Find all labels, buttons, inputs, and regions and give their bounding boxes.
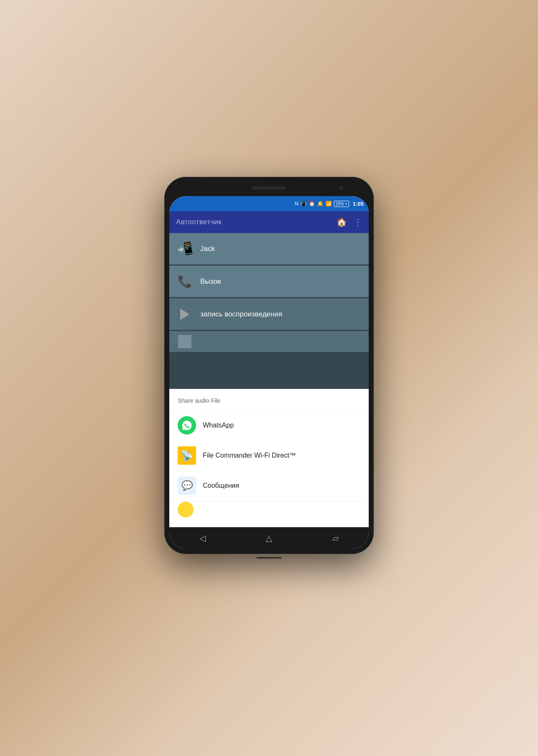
battery-label: 15%: [336, 202, 344, 206]
whatsapp-label: WhatsApp: [203, 422, 234, 429]
vibrate-icon: 📳: [300, 201, 307, 207]
nfc-icon: N: [295, 201, 298, 207]
play-triangle-icon: [180, 308, 189, 320]
home-button[interactable]: 🏠: [336, 217, 347, 227]
toolbar-icons: 🏠 ⋮: [336, 217, 362, 227]
phone-speaker: [252, 186, 286, 190]
app-title: Автоответчик: [176, 218, 336, 226]
share-filecommander[interactable]: 📡 File Commander Wi-Fi Direct™: [169, 440, 369, 471]
alarm-icon: ⏰: [309, 201, 315, 207]
list-item-call[interactable]: 📞 Вызов: [169, 266, 369, 297]
recents-button[interactable]: ▱: [324, 530, 347, 546]
sheet-partial-item: [169, 501, 369, 518]
sheet-title: Share audio File: [169, 397, 369, 410]
partial-icon: [176, 333, 194, 350]
messages-label: Сообщения: [203, 482, 239, 489]
play-icon-wrap: [176, 306, 194, 323]
signal-icon: 📶: [326, 201, 332, 207]
filecommander-label: File Commander Wi-Fi Direct™: [203, 452, 296, 459]
back-button[interactable]: ◁: [191, 530, 214, 546]
phone-blue-icon: 📲: [176, 240, 194, 257]
clock: 1:05: [353, 201, 364, 207]
wifi-icon: 📡: [181, 450, 193, 461]
app-toolbar: Автоответчик 🏠 ⋮: [169, 211, 369, 233]
home-nav-button[interactable]: △: [257, 530, 280, 546]
fc-yellow-bg: 📡: [178, 446, 196, 465]
phone-camera: [339, 186, 344, 190]
message-symbol: 💬: [181, 480, 193, 491]
notification-icon: 🔔: [317, 201, 323, 207]
jack-label: Jack: [200, 245, 215, 253]
phone-body: N 📳 ⏰ 🔔 📶 15% + 1:05 Автоответчик 🏠: [164, 177, 374, 554]
call-incoming-icon: 📲: [176, 240, 194, 258]
share-messages[interactable]: 💬 Сообщения: [169, 471, 369, 501]
phone-screen: N 📳 ⏰ 🔔 📶 15% + 1:05 Автоответчик 🏠: [169, 196, 369, 549]
home-indicator-bar: [256, 557, 282, 559]
filecommander-icon: 📡: [178, 446, 196, 465]
status-bar: N 📳 ⏰ 🔔 📶 15% + 1:05: [169, 196, 369, 211]
phone-top-bar: [169, 182, 369, 194]
battery-plus: +: [345, 202, 347, 206]
app-content: 📲 Jack 📞 Вызов запись воспроизве: [169, 233, 369, 527]
battery-indicator: 15% +: [334, 201, 349, 207]
call-icon: 📞: [176, 273, 194, 290]
share-whatsapp[interactable]: WhatsApp: [169, 410, 369, 440]
call-label: Вызов: [200, 277, 221, 286]
status-icons: N 📳 ⏰ 🔔 📶 15% + 1:05: [295, 201, 364, 207]
phone-bottom: [169, 551, 369, 564]
list-item-play[interactable]: запись воспроизведения: [169, 298, 369, 330]
messages-icon: 💬: [178, 476, 196, 495]
list-item-partial: [169, 331, 369, 352]
phone-grey-icon: 📞: [178, 274, 192, 288]
nav-bar: ◁ △ ▱: [169, 527, 369, 549]
share-bottom-sheet: Share audio File WhatsApp: [169, 389, 369, 527]
partial-app-icon: [178, 502, 194, 518]
more-button[interactable]: ⋮: [354, 217, 362, 227]
play-label: запись воспроизведения: [200, 310, 282, 318]
list-item-jack[interactable]: 📲 Jack: [169, 233, 369, 264]
phone-device: N 📳 ⏰ 🔔 📶 15% + 1:05 Автоответчик 🏠: [164, 177, 374, 554]
whatsapp-icon: [178, 416, 196, 435]
